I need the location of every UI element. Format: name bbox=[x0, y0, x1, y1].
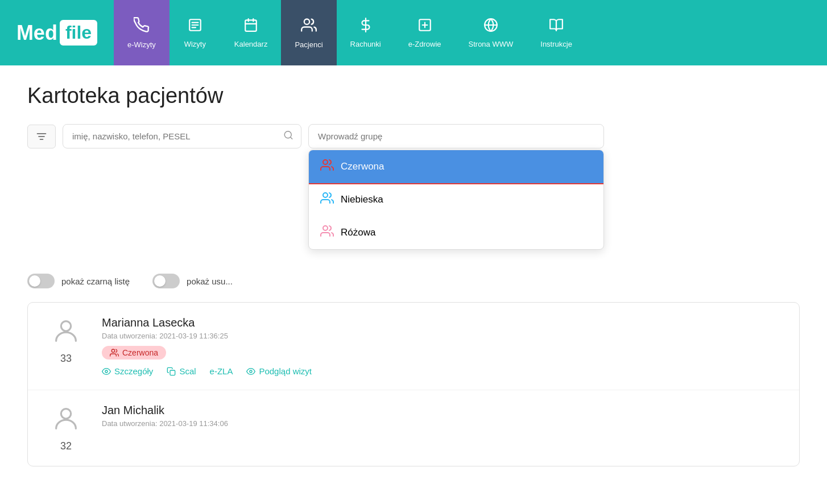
action-scal[interactable]: Scal bbox=[167, 366, 196, 376]
patient-name: Marianna Lasecka bbox=[102, 316, 781, 329]
svg-point-8 bbox=[304, 19, 309, 24]
action-podglad-label: Podgląd wizyt bbox=[259, 366, 312, 376]
page-content: Kartoteka pacjentów Czerwona bbox=[0, 65, 827, 504]
group-badge-icon bbox=[110, 348, 119, 357]
nav-item-kalendarz[interactable]: Kalendarz bbox=[221, 0, 282, 65]
dropdown-item-czerwona[interactable]: Czerwona bbox=[309, 150, 603, 183]
search-input[interactable] bbox=[63, 124, 301, 148]
nav-label-rachunki: Rachunki bbox=[350, 40, 381, 48]
patient-group-badge: Czerwona bbox=[102, 346, 166, 360]
dropdown-label-rozowa: Różowa bbox=[341, 227, 375, 238]
eye-icon bbox=[102, 367, 111, 376]
toggle-czarna-lista-label: pokaż czarną listę bbox=[61, 276, 130, 286]
svg-line-19 bbox=[290, 137, 292, 138]
copy-icon bbox=[167, 367, 176, 376]
logo: Med file bbox=[16, 20, 97, 46]
dropdown-label-niebieska: Niebieska bbox=[341, 194, 383, 205]
svg-point-22 bbox=[323, 226, 328, 230]
patient-age-2: 32 bbox=[60, 440, 72, 452]
phone-icon bbox=[134, 17, 150, 37]
dollar-icon bbox=[358, 18, 373, 36]
patient-name-2: Jan Michalik bbox=[102, 404, 781, 417]
nav-item-strona-www[interactable]: Strona WWW bbox=[455, 0, 527, 65]
list-icon bbox=[188, 18, 202, 36]
svg-point-23 bbox=[61, 321, 71, 331]
patient-info-2: Jan Michalik Data utworzenia: 2021-03-19… bbox=[102, 404, 781, 433]
action-szczegoly-label: Szczegóły bbox=[114, 366, 153, 376]
patient-date: Data utworzenia: 2021-03-19 11:36:25 bbox=[102, 332, 781, 340]
dropdown-item-rozowa[interactable]: Różowa bbox=[309, 216, 603, 249]
nav-item-instrukcje[interactable]: Instrukcje bbox=[527, 0, 586, 65]
patient-age: 33 bbox=[60, 353, 72, 365]
nav-label-e-wizyty: e-Wizyty bbox=[127, 40, 156, 49]
svg-rect-26 bbox=[170, 370, 175, 375]
users-icon bbox=[301, 17, 317, 37]
svg-rect-4 bbox=[245, 20, 257, 31]
avatar-2 bbox=[51, 404, 81, 438]
action-podglad[interactable]: Podgląd wizyt bbox=[246, 366, 312, 376]
table-row: 32 Jan Michalik Data utworzenia: 2021-03… bbox=[28, 390, 799, 466]
nav-label-wizyty: Wizyty bbox=[184, 40, 206, 48]
table-row: 33 Marianna Lasecka Data utworzenia: 202… bbox=[28, 303, 799, 390]
nav-label-strona-www: Strona WWW bbox=[469, 40, 514, 48]
action-scal-label: Scal bbox=[179, 366, 196, 376]
globe-icon bbox=[483, 18, 498, 36]
patient-info: Marianna Lasecka Data utworzenia: 2021-0… bbox=[102, 316, 781, 376]
search-input-wrap bbox=[63, 124, 301, 148]
header: Med file e-Wizyty Wizyty Kalendarz bbox=[0, 0, 827, 65]
toggles-row: pokaż czarną listę pokaż usu... bbox=[27, 274, 800, 288]
action-szczegoly[interactable]: Szczegóły bbox=[102, 366, 153, 376]
calendar-icon bbox=[243, 18, 258, 36]
svg-point-24 bbox=[111, 349, 114, 352]
patient-actions: Szczegóły Scal e-ZLA Podgląd wizyt bbox=[102, 366, 781, 376]
svg-point-25 bbox=[105, 370, 107, 373]
svg-point-21 bbox=[323, 193, 328, 197]
nav-label-instrukcje: Instrukcje bbox=[540, 40, 572, 48]
dropdown-item-niebieska[interactable]: Niebieska bbox=[309, 183, 603, 216]
svg-point-28 bbox=[61, 409, 71, 419]
group-input[interactable] bbox=[308, 124, 604, 148]
patient-group-label: Czerwona bbox=[122, 348, 158, 357]
logo-med: Med bbox=[16, 21, 57, 45]
toggle-usuniete-label: pokaż usu... bbox=[187, 276, 233, 286]
patient-date-2: Data utworzenia: 2021-03-19 11:34:06 bbox=[102, 419, 781, 428]
nav-item-rachunki[interactable]: Rachunki bbox=[337, 0, 395, 65]
svg-point-20 bbox=[323, 160, 328, 164]
nav-item-e-wizyty[interactable]: e-Wizyty bbox=[114, 0, 169, 65]
action-e-zla-label: e-ZLA bbox=[210, 366, 233, 376]
logo-file: file bbox=[60, 20, 97, 46]
nav-item-e-zdrowie[interactable]: e-Zdrowie bbox=[395, 0, 455, 65]
patients-list: 33 Marianna Lasecka Data utworzenia: 202… bbox=[27, 302, 800, 466]
nav-item-pacjenci[interactable]: Pacjenci bbox=[281, 0, 336, 65]
eye-icon-2 bbox=[246, 367, 255, 376]
logo-area: Med file bbox=[0, 0, 114, 65]
group-icon-czerwona bbox=[320, 158, 334, 175]
search-row: Czerwona Niebieska Różowa bbox=[27, 124, 800, 148]
toggle-usuniete: pokaż usu... bbox=[152, 274, 233, 288]
group-dropdown: Czerwona Niebieska Różowa bbox=[308, 150, 604, 250]
search-icon bbox=[283, 130, 293, 143]
page-title: Kartoteka pacjentów bbox=[27, 84, 800, 108]
sort-button[interactable] bbox=[27, 125, 56, 148]
group-icon-rozowa bbox=[320, 224, 334, 241]
toggle-czarna-lista: pokaż czarną listę bbox=[27, 274, 130, 288]
nav-label-pacjenci: Pacjenci bbox=[295, 40, 322, 49]
group-input-wrap: Czerwona Niebieska Różowa bbox=[308, 124, 604, 148]
avatar bbox=[51, 316, 81, 350]
nav-label-e-zdrowie: e-Zdrowie bbox=[408, 40, 441, 48]
plus-box-icon bbox=[417, 18, 432, 36]
nav-item-wizyty[interactable]: Wizyty bbox=[169, 0, 221, 65]
action-e-zla[interactable]: e-ZLA bbox=[210, 366, 233, 376]
book-icon bbox=[549, 18, 564, 36]
sort-icon bbox=[36, 131, 47, 142]
toggle-usuniete-switch[interactable] bbox=[152, 274, 180, 288]
toggle-czarna-lista-switch[interactable] bbox=[27, 274, 55, 288]
patient-avatar-wrap-2: 32 bbox=[46, 404, 86, 452]
svg-point-27 bbox=[250, 370, 252, 373]
nav-label-kalendarz: Kalendarz bbox=[234, 40, 268, 48]
group-icon-niebieska bbox=[320, 191, 334, 208]
main-nav: e-Wizyty Wizyty Kalendarz Pacjenci Rachu… bbox=[114, 0, 827, 65]
dropdown-label-czerwona: Czerwona bbox=[341, 161, 384, 172]
patient-avatar-wrap: 33 bbox=[46, 316, 86, 365]
